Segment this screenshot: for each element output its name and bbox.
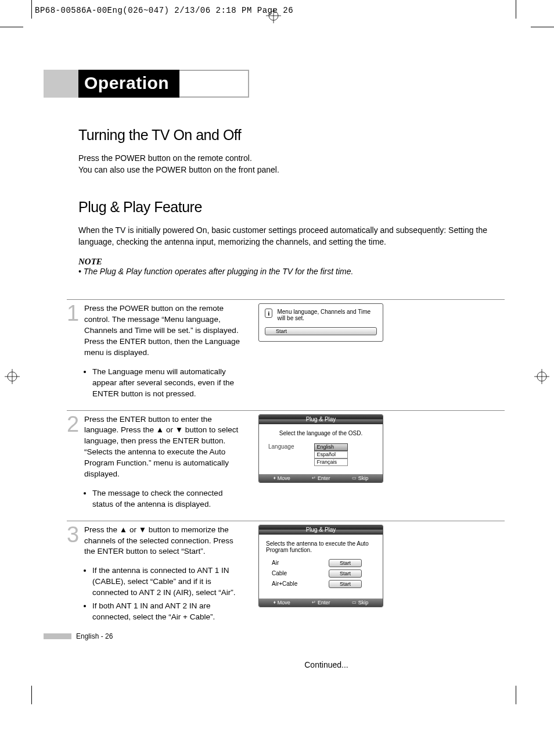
language-option-francais[interactable]: Français (314, 458, 348, 466)
info-icon: i (265, 309, 272, 318)
antenna-row-air: Air Start (266, 559, 376, 567)
continued-text: Continued... (148, 660, 505, 669)
step-number: 2 (67, 414, 84, 513)
step-2: 2 Press the ENTER button to enter the la… (67, 410, 505, 513)
heading-plug-play: Plug & Play Feature (78, 199, 505, 216)
para-plug-play: When the TV is initially powered On, bas… (78, 225, 505, 248)
language-option-espanol[interactable]: Español (314, 451, 348, 458)
heading-turning-on-off: Turning the TV On and Off (78, 127, 505, 144)
osd-start-button[interactable]: Start (265, 327, 377, 335)
updown-icon: ♦ (274, 600, 276, 605)
enter-icon: ↵ (312, 600, 316, 605)
start-button-aircable[interactable]: Start (329, 580, 362, 588)
step-bullet: If both ANT 1 IN and ANT 2 IN are connec… (92, 601, 241, 623)
osd-antenna-dialog: Plug & Play Selects the antenna to execu… (258, 525, 383, 607)
section-title: Operation (78, 70, 179, 98)
step-text: Press the ENTER button to enter the lang… (84, 414, 241, 480)
step-number: 3 (67, 525, 84, 625)
osd-title: Plug & Play (259, 415, 383, 424)
step-text: Press the POWER button on the remote con… (84, 303, 241, 358)
osd-language-dialog: Plug & Play Select the language of the O… (258, 414, 383, 483)
osd-footer: ♦Move ↵Enter ▭Skip (259, 474, 383, 482)
enter-icon: ↵ (312, 475, 316, 481)
page-footer: English - 26 (44, 632, 113, 640)
osd-prompt: Select the language of the OSD. (266, 430, 376, 436)
osd-footer: ♦Move ↵Enter ▭Skip (259, 599, 383, 607)
antenna-row-aircable: Air+Cable Start (266, 580, 376, 588)
osd-initial-dialog: i Menu language, Channels and Time will … (258, 303, 383, 342)
language-option-english[interactable]: English (314, 443, 348, 451)
updown-icon: ♦ (274, 475, 276, 481)
start-button-air[interactable]: Start (329, 559, 362, 567)
osd-title: Plug & Play (259, 525, 383, 535)
start-button-cable[interactable]: Start (329, 569, 362, 578)
para-turning-on-off: Press the POWER button on the remote con… (78, 153, 505, 175)
skip-icon: ▭ (352, 475, 357, 481)
note-text: • The Plug & Play function operates afte… (78, 267, 505, 276)
skip-icon: ▭ (352, 600, 357, 605)
step-3: 3 Press the ▲ or ▼ button to memorize th… (67, 521, 505, 625)
section-banner: Operation (44, 70, 516, 98)
step-bullet: The Language menu will automatically app… (92, 367, 241, 400)
step-bullet: If the antenna is connected to ANT 1 IN … (92, 565, 241, 599)
step-text: Press the ▲ or ▼ button to memorize the … (84, 525, 241, 558)
step-bullet: The message to check the connected statu… (92, 488, 241, 510)
osd-prompt: Selects the antenna to execute the Auto … (266, 540, 376, 553)
step-1: 1 Press the POWER button on the remote c… (67, 299, 505, 402)
note-label: NOTE (78, 257, 505, 267)
osd-message: Menu language, Channels and Time will be… (277, 309, 377, 321)
step-number: 1 (67, 303, 84, 402)
footer-text: English - 26 (76, 632, 113, 640)
antenna-row-cable: Cable Start (266, 569, 376, 578)
language-label: Language (268, 443, 294, 450)
